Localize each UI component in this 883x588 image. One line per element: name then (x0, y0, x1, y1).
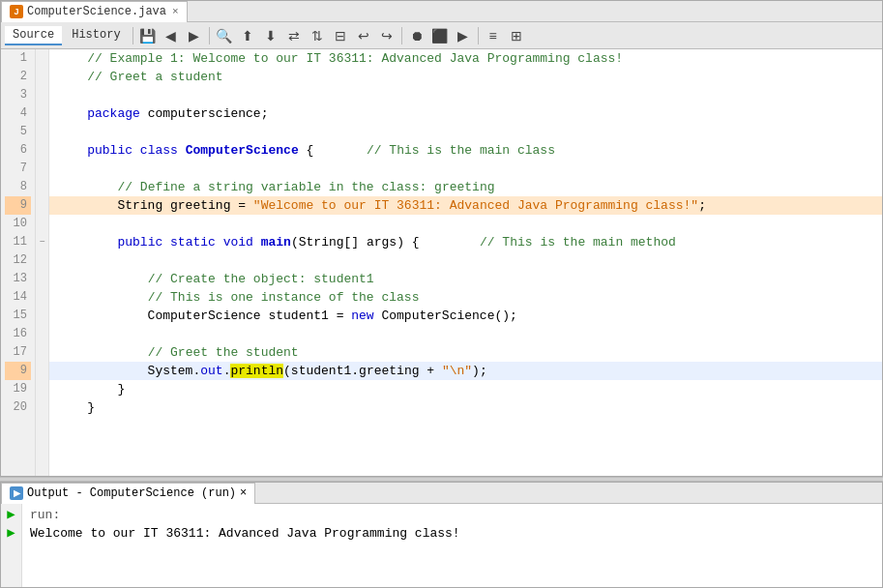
code-line-17: // Greet the student (49, 343, 882, 362)
code-line-4: package computerscience; (49, 104, 882, 123)
code-line-15: ComputerScience student1 = new ComputerS… (49, 307, 882, 325)
toolbar-btn-3[interactable]: ▶ (184, 25, 205, 46)
output-tab-label: Output - ComputerScience (run) (27, 486, 236, 500)
toolbar-btn-11[interactable]: ↪ (376, 25, 397, 46)
code-line-14: // This is one instance of the class (49, 288, 882, 307)
toolbar-btn-1[interactable]: 💾 (137, 25, 159, 46)
code-area: 1 2 3 4 5 6 7 8 9 10 11 12 13 14 15 16 1… (1, 49, 882, 476)
line-num-19: 19 (5, 380, 31, 398)
toolbar-btn-record[interactable]: ⏺ (406, 25, 427, 46)
fold-cell-15 (36, 307, 48, 325)
code-line-20: } (49, 398, 882, 417)
fold-cell-3 (36, 86, 48, 104)
code-line-10 (49, 215, 882, 233)
line-num-1: 1 (5, 49, 31, 68)
output-text: run: Welcome to our IT 36311: Advanced J… (22, 504, 882, 587)
fold-cell-1 (36, 49, 48, 68)
line-num-14: 14 (5, 288, 31, 307)
fold-cell-10 (36, 215, 48, 233)
toolbar-btn-8[interactable]: ⇅ (307, 25, 328, 46)
code-line-13: // Create the object: student1 (49, 270, 882, 288)
editor-tab[interactable]: J ComputerScience.java × (1, 1, 188, 22)
code-line-12 (49, 251, 882, 270)
toolbar-separator-4 (478, 27, 479, 44)
output-tab-bar: ▶ Output - ComputerScience (run) × (1, 483, 882, 504)
fold-cell-17 (36, 343, 48, 362)
source-tab[interactable]: Source (5, 26, 62, 45)
code-line-3 (49, 86, 882, 104)
line-num-9: 9 (5, 196, 31, 215)
code-line-5 (49, 123, 882, 141)
line-num-8: 8 (5, 178, 31, 196)
code-line-7 (49, 160, 882, 178)
toolbar-btn-stop[interactable]: ⬛ (429, 25, 451, 46)
editor-tab-label: ComputerScience.java (27, 5, 166, 18)
fold-gutter: − (36, 49, 49, 476)
fold-cell-16 (36, 325, 48, 343)
fold-cell-8 (36, 178, 48, 196)
code-line-2: // Greet a student (49, 68, 882, 86)
line-num-4: 4 (5, 104, 31, 123)
toolbar-btn-6[interactable]: ⬇ (260, 25, 281, 46)
run-arrow-1: ▶ (7, 506, 15, 524)
line-num-13: 13 (5, 270, 31, 288)
line-num-12: 12 (5, 251, 31, 270)
line-num-2: 2 (5, 68, 31, 86)
toolbar-btn-4[interactable]: 🔍 (214, 25, 235, 46)
editor-toolbar: Source History 💾 ◀ ▶ 🔍 ⬆ ⬇ ⇄ ⇅ ⊟ ↩ ↪ ⏺ ⬛… (1, 22, 882, 49)
output-gutter: ▶ ▶ (1, 504, 22, 587)
fold-cell-4 (36, 104, 48, 123)
history-tab[interactable]: History (64, 26, 128, 45)
editor-tab-close[interactable]: × (172, 6, 179, 17)
line-num-15: 15 (5, 307, 31, 325)
toolbar-btn-9[interactable]: ⊟ (330, 25, 351, 46)
fold-cell-20 (36, 398, 48, 417)
line-num-17: 17 (5, 343, 31, 362)
output-icon: ▶ (10, 486, 23, 500)
output-tab-close[interactable]: × (240, 486, 247, 500)
line-num-20: 20 (5, 398, 31, 417)
fold-cell-11[interactable]: − (36, 233, 48, 251)
fold-cell-18 (36, 362, 48, 380)
toolbar-btn-2[interactable]: ◀ (161, 25, 182, 46)
toolbar-btn-10[interactable]: ↩ (353, 25, 374, 46)
code-line-1: // Example 1: Welcome to our IT 36311: A… (49, 49, 882, 68)
code-line-16 (49, 325, 882, 343)
line-num-3: 3 (5, 86, 31, 104)
code-line-19: } (49, 380, 882, 398)
fold-cell-13 (36, 270, 48, 288)
fold-cell-2 (36, 68, 48, 86)
fold-cell-7 (36, 160, 48, 178)
line-num-6: 6 (5, 141, 31, 160)
output-line-2: Welcome to our IT 36311: Advanced Java P… (30, 524, 874, 543)
line-num-18: 9 (5, 362, 31, 380)
code-line-18: System.out.println(student1.greeting + "… (49, 362, 882, 380)
output-line-1: run: (30, 506, 874, 524)
fold-cell-19 (36, 380, 48, 398)
toolbar-btn-play[interactable]: ▶ (453, 25, 474, 46)
code-line-6: public class ComputerScience { // This i… (49, 141, 882, 160)
line-num-16: 16 (5, 325, 31, 343)
output-content: ▶ ▶ run: Welcome to our IT 36311: Advanc… (1, 504, 882, 587)
toolbar-btn-5[interactable]: ⬆ (237, 25, 258, 46)
toolbar-separator-3 (401, 27, 402, 44)
toolbar-btn-menu1[interactable]: ≡ (483, 25, 504, 46)
toolbar-btn-7[interactable]: ⇄ (283, 25, 305, 46)
fold-cell-14 (36, 288, 48, 307)
code-line-8: // Define a string variable in the class… (49, 178, 882, 196)
fold-cell-12 (36, 251, 48, 270)
toolbar-btn-menu2[interactable]: ⊞ (506, 25, 527, 46)
output-tab[interactable]: ▶ Output - ComputerScience (run) × (1, 483, 255, 504)
fold-cell-6 (36, 141, 48, 160)
line-num-10: 10 (5, 215, 31, 233)
line-num-11: 11 (5, 233, 31, 251)
line-numbers: 1 2 3 4 5 6 7 8 9 10 11 12 13 14 15 16 1… (1, 49, 36, 476)
java-file-icon: J (10, 5, 23, 18)
line-num-7: 7 (5, 160, 31, 178)
editor-panel: J ComputerScience.java × Source History … (0, 0, 883, 477)
code-lines[interactable]: // Example 1: Welcome to our IT 36311: A… (49, 49, 882, 476)
editor-tab-bar: J ComputerScience.java × (1, 1, 882, 22)
fold-cell-5 (36, 123, 48, 141)
line-num-5: 5 (5, 123, 31, 141)
toolbar-separator-2 (209, 27, 210, 44)
